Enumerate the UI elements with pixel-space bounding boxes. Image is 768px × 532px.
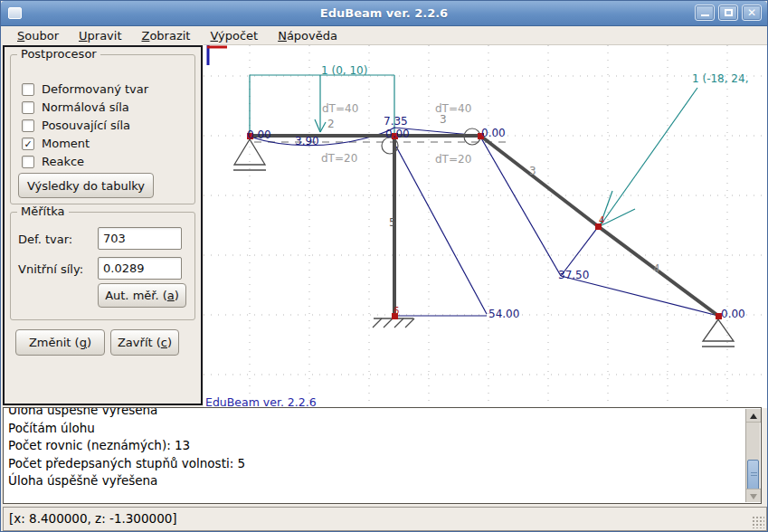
nodes[interactable] <box>247 133 722 319</box>
log-panel[interactable]: Úloha úspěšně vyřešena Počítám úlohu Poč… <box>3 407 762 504</box>
element-number: 4 <box>653 262 660 275</box>
maximize-button[interactable] <box>718 5 738 21</box>
def-shape-label: Def. tvar: <box>18 233 72 246</box>
log-line: Počet rovnic (neznámých): 13 <box>8 437 743 455</box>
moment-value: 3.90 <box>295 135 319 147</box>
minimize-button[interactable] <box>695 5 715 21</box>
results-to-table-button[interactable]: Výsledky do tabulky <box>18 173 154 198</box>
node-number: 4 <box>599 215 604 225</box>
scroll-up-button[interactable] <box>746 409 761 423</box>
checkbox-box[interactable] <box>22 119 34 132</box>
support-fixed <box>373 318 414 328</box>
checkbox-label: Normálová síla <box>42 100 129 114</box>
postprocessor-panel: Postprocesor Deformovaný tvar Normálová … <box>3 45 203 405</box>
menu-vypocet[interactable]: Výpočet <box>210 29 258 43</box>
def-shape-input[interactable] <box>98 227 182 250</box>
checkbox-normal-force[interactable]: Normálová síla <box>22 100 129 114</box>
log-line: Počítám úlohu <box>8 420 743 438</box>
close-dialog-button[interactable]: Zavřít (c) <box>110 329 179 356</box>
app-window: EduBeam ver. 2.2.6 ✕ Soubor Upravit Zobr… <box>0 0 768 532</box>
distributed-load-label: 1 (0, 10) <box>321 64 367 77</box>
grid <box>204 45 767 409</box>
member-diagonal-1 <box>480 136 598 226</box>
checkbox-reactions[interactable]: Reakce <box>22 155 84 168</box>
checkbox-deformed-shape[interactable]: Deformovaný tvar <box>22 82 148 96</box>
postprocessor-group: Postprocesor Deformovaný tvar Normálová … <box>10 54 195 204</box>
change-button[interactable]: Změnit (g) <box>15 329 105 356</box>
node-number: 6 <box>393 306 399 316</box>
checkbox-box[interactable] <box>22 156 34 168</box>
checkbox-box[interactable]: ✓ <box>22 138 34 150</box>
minimize-icon <box>701 14 709 16</box>
close-button[interactable]: ✕ <box>742 5 762 21</box>
model-canvas[interactable]: 1 (0, 10) 1 (-18, 24, <box>204 44 767 408</box>
status-bar: [x: 8.400000, z: -1.300000] <box>3 507 767 531</box>
checkbox-label: Reakce <box>42 155 84 168</box>
moment-value: 0.00 <box>247 128 271 141</box>
close-icon: ✕ <box>743 5 761 20</box>
element-number: 5 <box>389 216 396 229</box>
log-scrollbar[interactable] <box>745 409 760 502</box>
arrow-up-icon <box>750 413 757 419</box>
maximize-icon <box>725 9 733 16</box>
checkbox-box[interactable] <box>22 101 34 114</box>
titlebar[interactable]: EduBeam ver. 2.2.6 ✕ <box>1 1 767 26</box>
checkbox-moment[interactable]: ✓ Moment <box>22 137 90 150</box>
scrollbar-thumb[interactable] <box>747 460 759 490</box>
postprocessor-group-title: Postprocesor <box>17 47 100 61</box>
element-number: 2 <box>327 118 335 130</box>
internal-forces-input[interactable] <box>98 257 182 280</box>
window-title: EduBeam ver. 2.2.6 <box>1 1 767 26</box>
support-roller-right <box>702 319 735 347</box>
element-number: 3 <box>529 165 536 177</box>
scales-group-title: Měřítka <box>17 204 69 218</box>
log-line: Úloha úspěšně vyřešena <box>8 407 743 420</box>
menu-upravit[interactable]: Upravit <box>79 29 121 43</box>
moment-diagram <box>250 128 718 316</box>
internal-forces-label: Vnitřní síly: <box>18 262 83 276</box>
checkbox-shear-force[interactable]: Posouvající síla <box>22 119 130 132</box>
moment-value: 7.35 <box>384 115 408 128</box>
moment-value: 0.00 <box>721 308 745 320</box>
scales-group: Měřítka Def. tvar: Vnitřní síly: Aut. mě… <box>10 212 195 320</box>
checkbox-box[interactable] <box>22 83 34 96</box>
menu-soubor[interactable]: Soubor <box>17 29 59 43</box>
moment-value: 0.00 <box>481 127 506 139</box>
log-line: Počet předepsaných stupňů volnosti: 5 <box>8 455 743 473</box>
menubar: Soubor Upravit Zobrazit Výpočet Nápověda <box>1 26 767 45</box>
scroll-down-button[interactable] <box>746 489 761 502</box>
members[interactable] <box>250 136 718 316</box>
arrow-down-icon <box>750 494 757 499</box>
checkbox-label: Posouvající síla <box>42 119 130 132</box>
model-view[interactable]: 1 (0, 10) 1 (-18, 24, <box>204 45 767 409</box>
dt-label: dT=40 <box>322 102 358 115</box>
checkbox-label: Moment <box>42 137 90 150</box>
moment-value: 37.50 <box>558 269 589 281</box>
element-number: 3 <box>440 113 447 126</box>
moment-value: 0.00 <box>385 128 410 140</box>
resize-grip[interactable] <box>752 516 764 528</box>
moment-value: 54.00 <box>488 308 519 320</box>
nodal-force-label: 1 (-18, 24, <box>692 72 748 85</box>
auto-scale-button[interactable]: Aut. měř. (a) <box>98 283 186 308</box>
checkbox-label: Deformovaný tvar <box>42 82 148 96</box>
menu-napoveda[interactable]: Nápověda <box>278 29 337 43</box>
log-text: Úloha úspěšně vyřešena Počítám úlohu Poč… <box>8 407 743 490</box>
cursor-coordinates: [x: 8.400000, z: -1.300000] <box>9 511 177 526</box>
nodal-force-arrow <box>600 88 697 226</box>
log-line: Úloha úspěšně vyřešena <box>8 472 743 490</box>
menu-zobrazit[interactable]: Zobrazit <box>142 29 191 43</box>
dt-label: dT=20 <box>435 153 471 166</box>
axes-icon <box>207 45 227 65</box>
dt-label: dT=20 <box>321 152 357 165</box>
